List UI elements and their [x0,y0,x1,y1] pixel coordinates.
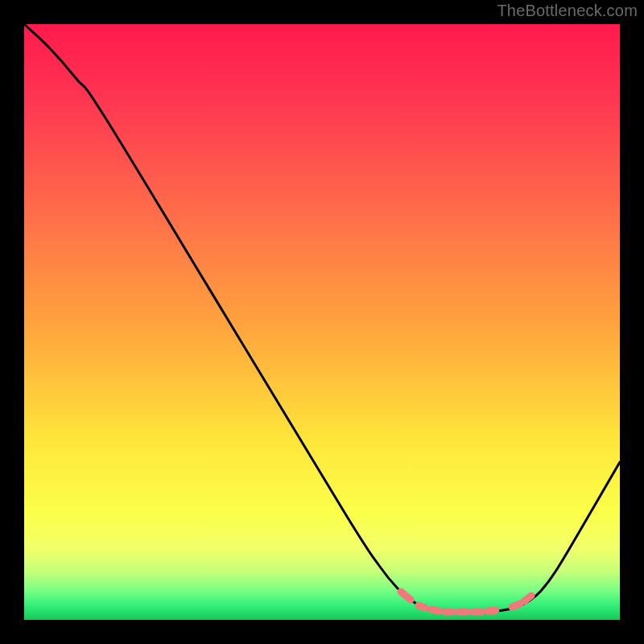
svg-line-8 [524,596,531,601]
bottleneck-chart [0,0,644,644]
svg-line-2 [431,609,439,611]
plot-background [24,24,620,620]
watermark-text: TheBottleneck.com [497,2,638,20]
chart-container: TheBottleneck.com [0,0,644,644]
svg-line-6 [488,610,496,611]
svg-line-7 [512,604,520,607]
svg-line-1 [419,605,425,608]
